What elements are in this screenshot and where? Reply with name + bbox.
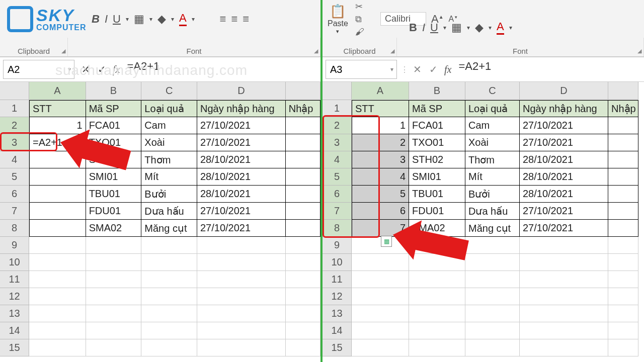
table-cell[interactable]: [29, 203, 86, 220]
dialog-launcher-icon[interactable]: ◢: [314, 48, 318, 54]
table-cell[interactable]: [409, 271, 465, 288]
table-cell[interactable]: [141, 339, 197, 356]
table-cell[interactable]: [608, 254, 638, 271]
row-header[interactable]: 7: [323, 203, 352, 220]
cut-icon[interactable]: ✂: [355, 1, 364, 12]
column-header[interactable]: D: [520, 82, 608, 100]
row-header[interactable]: 1: [323, 100, 352, 117]
row-header[interactable]: 5: [0, 168, 29, 186]
table-cell[interactable]: [86, 339, 142, 356]
table-cell[interactable]: Măng cụt: [465, 220, 520, 237]
dialog-launcher-icon[interactable]: ◢: [61, 48, 65, 54]
table-cell[interactable]: 28/10/2021: [520, 151, 608, 168]
table-cell[interactable]: [29, 220, 86, 237]
table-cell[interactable]: [197, 288, 286, 305]
row-header[interactable]: 9: [323, 237, 352, 254]
table-header-cell[interactable]: Ngày nhập hàng: [520, 100, 608, 117]
table-cell[interactable]: [286, 288, 320, 305]
table-cell[interactable]: 7: [352, 220, 409, 237]
table-cell[interactable]: [520, 271, 608, 288]
worksheet[interactable]: ABCD 123456789101112131415 STTMã SPLoại …: [323, 82, 644, 362]
row-header[interactable]: 7: [0, 203, 29, 220]
table-cell[interactable]: [29, 322, 86, 339]
table-cell[interactable]: [409, 339, 465, 356]
table-cell[interactable]: [286, 134, 320, 151]
column-header[interactable]: C: [141, 82, 197, 100]
table-cell[interactable]: [29, 288, 86, 305]
table-cell[interactable]: 28/10/2021: [520, 186, 608, 203]
chevron-down-icon[interactable]: ▾: [149, 16, 152, 23]
table-cell[interactable]: [352, 237, 409, 254]
table-cell[interactable]: [608, 339, 638, 356]
table-cell[interactable]: [141, 305, 197, 322]
table-cell[interactable]: [352, 271, 409, 288]
table-cell[interactable]: [520, 322, 608, 339]
table-cell[interactable]: [286, 339, 320, 356]
table-cell[interactable]: TBU01: [409, 186, 465, 203]
underline-button[interactable]: U: [113, 13, 121, 26]
table-cell[interactable]: SMA02: [86, 220, 142, 237]
table-cell[interactable]: [608, 271, 638, 288]
align-center-button[interactable]: ≡: [231, 13, 237, 26]
row-header[interactable]: 14: [0, 322, 29, 339]
table-cell[interactable]: Dưa hấu: [465, 203, 520, 220]
format-painter-icon[interactable]: 🖌: [355, 27, 364, 37]
table-cell[interactable]: [352, 288, 409, 305]
table-cell[interactable]: Xoài: [465, 134, 520, 151]
italic-button[interactable]: I: [422, 21, 425, 34]
table-cell[interactable]: =A2+1: [29, 134, 86, 151]
table-cell[interactable]: [352, 254, 409, 271]
table-cell[interactable]: [29, 237, 86, 254]
table-header-cell[interactable]: Ngày nhập hàng: [197, 100, 286, 117]
table-cell[interactable]: [86, 237, 142, 254]
table-cell[interactable]: [86, 254, 142, 271]
table-cell[interactable]: [286, 322, 320, 339]
table-cell[interactable]: SMA02: [409, 220, 465, 237]
table-cell[interactable]: 28/10/2021: [197, 186, 286, 203]
table-cell[interactable]: 27/10/2021: [197, 220, 286, 237]
table-cell[interactable]: [86, 271, 142, 288]
table-cell[interactable]: [141, 254, 197, 271]
table-cell[interactable]: [197, 271, 286, 288]
column-header[interactable]: D: [197, 82, 286, 100]
chevron-down-icon[interactable]: ▾: [336, 28, 339, 35]
table-cell[interactable]: [141, 237, 197, 254]
bold-button[interactable]: B: [92, 13, 100, 26]
table-cell[interactable]: Thơm: [465, 151, 520, 168]
table-cell[interactable]: [286, 305, 320, 322]
table-cell[interactable]: [409, 288, 465, 305]
table-cell[interactable]: [29, 151, 86, 168]
table-header-cell[interactable]: Loại quả: [141, 100, 197, 117]
row-header[interactable]: 5: [323, 168, 352, 186]
table-cell[interactable]: [608, 203, 638, 220]
table-cell[interactable]: FDU01: [409, 203, 465, 220]
formula-input[interactable]: =A2+1: [454, 60, 644, 79]
table-cell[interactable]: FCA01: [86, 117, 142, 134]
row-header[interactable]: 6: [0, 186, 29, 203]
table-cell[interactable]: [608, 220, 638, 237]
row-header[interactable]: 2: [323, 117, 352, 134]
row-header[interactable]: 8: [0, 220, 29, 237]
table-cell[interactable]: 28/10/2021: [197, 151, 286, 168]
table-cell[interactable]: [352, 305, 409, 322]
chevron-down-icon[interactable]: ▾: [509, 24, 512, 31]
row-header[interactable]: 8: [323, 220, 352, 237]
table-cell[interactable]: 27/10/2021: [520, 220, 608, 237]
table-cell[interactable]: [141, 271, 197, 288]
table-cell[interactable]: 1: [29, 117, 86, 134]
row-header[interactable]: 10: [0, 254, 29, 271]
select-all-corner[interactable]: [0, 82, 29, 100]
row-header[interactable]: 6: [323, 186, 352, 203]
table-cell[interactable]: STH02: [409, 151, 465, 168]
table-cell[interactable]: [286, 151, 320, 168]
table-cell[interactable]: [520, 305, 608, 322]
table-cell[interactable]: TBU01: [86, 186, 142, 203]
table-cell[interactable]: Măng cụt: [141, 220, 197, 237]
table-header-cell[interactable]: STT: [29, 100, 86, 117]
column-header[interactable]: [608, 82, 638, 100]
row-header[interactable]: 10: [323, 254, 352, 271]
fill-color-button[interactable]: ◆: [157, 13, 166, 26]
chevron-down-icon[interactable]: ▾: [443, 24, 446, 31]
borders-button[interactable]: ▦: [451, 21, 462, 34]
row-header[interactable]: 9: [0, 237, 29, 254]
